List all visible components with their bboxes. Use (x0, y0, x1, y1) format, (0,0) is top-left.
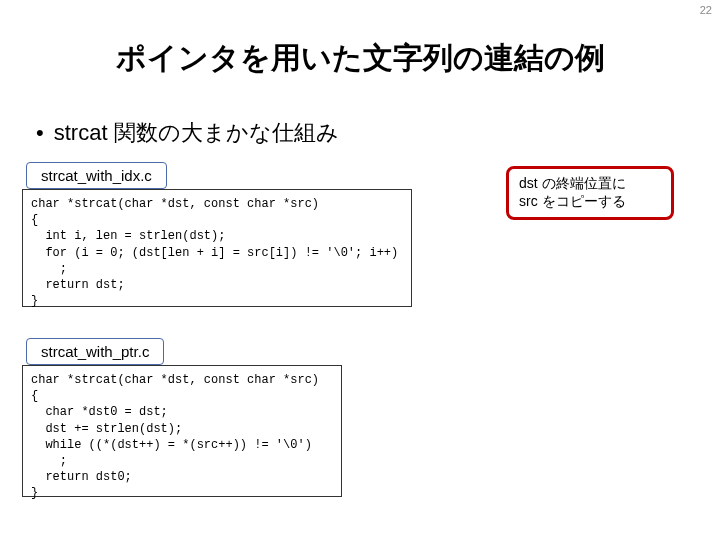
page-title: ポインタを用いた文字列の連結の例 (0, 38, 720, 79)
code-box-ptr: char *strcat(char *dst, const char *src)… (22, 365, 342, 497)
bullet-item: strcat 関数の大まかな仕組み (36, 118, 339, 148)
callout-line1: dst の終端位置に (519, 175, 626, 191)
callout-line2: src をコピーする (519, 193, 626, 209)
code-box-idx: char *strcat(char *dst, const char *src)… (22, 189, 412, 307)
filename-tab-ptr: strcat_with_ptr.c (26, 338, 164, 365)
page-number: 22 (700, 4, 712, 16)
filename-tab-idx: strcat_with_idx.c (26, 162, 167, 189)
callout-box: dst の終端位置に src をコピーする (506, 166, 674, 220)
